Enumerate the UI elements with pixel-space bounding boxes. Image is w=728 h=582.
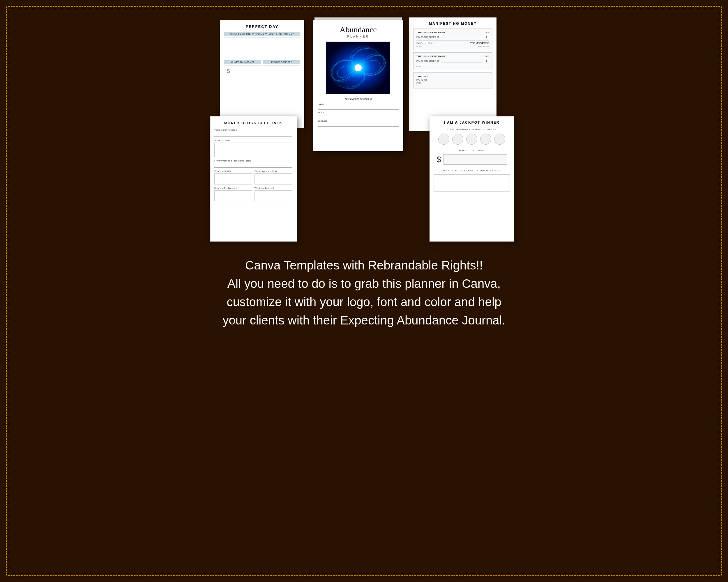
pay-partial: PAY TO TH bbox=[416, 79, 426, 81]
why-said-box bbox=[214, 173, 252, 185]
check-2: THE UNIVERSE BANK DATE PAY TO THE ORDER … bbox=[413, 52, 492, 70]
perfect-day-big-box bbox=[224, 37, 300, 58]
manifesting-money-page: MANIFESTING MONEY THE UNIVERSE BANK DATE… bbox=[409, 18, 496, 131]
topic-field: Topic of Conversation: bbox=[214, 129, 292, 137]
svg-point-3 bbox=[357, 67, 359, 69]
abundance-subtitle: PLANNER bbox=[347, 35, 369, 38]
lottery-numbers bbox=[434, 134, 510, 145]
from-whom-field: From Whom This Idea Came From: bbox=[214, 160, 292, 168]
for-partial: FOR bbox=[416, 82, 421, 84]
abundance-image bbox=[326, 41, 390, 94]
abundance-business-field: Business bbox=[318, 119, 399, 127]
abundance-email-label: Email bbox=[318, 111, 399, 114]
check-3: THE UNI PAY TO TH FOR bbox=[413, 73, 492, 88]
sig-label-1: SIGNATURE bbox=[477, 46, 489, 48]
check-2-pay-row: PAY TO THE ORDER OF $ bbox=[416, 59, 489, 64]
why-said-label: Why You Said It: bbox=[214, 170, 252, 172]
for-label-2: FOR bbox=[416, 65, 421, 67]
perfect-day-page: PERFECT DAY WHAT DOES THE TYPICAL DAY LO… bbox=[220, 20, 304, 128]
income-section: WHAT'S MY INCOME? $ bbox=[224, 60, 261, 84]
jackpot-page: I AM A JACKPOT WINNER YOUR WINNING LOTTE… bbox=[430, 116, 514, 242]
perfect-day-title: PERFECT DAY bbox=[224, 24, 300, 29]
dollar-sign-income: $ bbox=[224, 65, 261, 75]
pay-to-label-1: PAY TO THE ORDER OF bbox=[416, 36, 439, 38]
self-talk-title: MONEY BLOCK SELF TALK bbox=[214, 121, 292, 125]
income-source-box bbox=[263, 65, 300, 81]
topic-label: Topic of Conversation: bbox=[214, 129, 292, 131]
dollar-2: $ bbox=[486, 60, 487, 62]
how-much-label: HOW MUCH I WIN? bbox=[434, 149, 510, 152]
lottery-ball-5 bbox=[494, 134, 505, 145]
abundance-planner-page: Abundance PLANNER bbox=[313, 20, 403, 151]
intention-box bbox=[434, 174, 510, 192]
lottery-ball-4 bbox=[480, 134, 491, 145]
abundance-name-field: Name bbox=[318, 103, 399, 110]
jackpot-amount-box bbox=[443, 154, 507, 165]
col-left: PERFECT DAY WHAT DOES THE TYPICAL DAY LO… bbox=[214, 20, 304, 242]
jackpot-title: I AM A JACKPOT WINNER bbox=[434, 120, 510, 124]
from-whom-line bbox=[214, 163, 292, 168]
for-label-1: FOR bbox=[416, 46, 421, 48]
bank-name-1: THE UNIVERSE BANK bbox=[416, 31, 446, 34]
abundance-name-label: Name bbox=[318, 103, 399, 105]
bank-name-2: THE UNIVERSE BANK bbox=[416, 55, 446, 58]
what-happened-box bbox=[255, 173, 292, 185]
why-said-col: Why You Said It: bbox=[214, 170, 252, 185]
what-said-box bbox=[214, 143, 292, 157]
abundance-email-line bbox=[318, 114, 399, 118]
income-source-label: INCOME SOURCE? bbox=[263, 60, 300, 64]
what-learned-box bbox=[255, 190, 292, 201]
what-said-field: What You Said: bbox=[214, 139, 292, 157]
check-3-for: FOR bbox=[416, 82, 489, 84]
paid-in-full-1: PAID IN FULL bbox=[416, 42, 435, 45]
abundance-belongs: This planner belongs to bbox=[344, 98, 372, 101]
amount-row: $ bbox=[434, 154, 510, 165]
lottery-ball-3 bbox=[466, 134, 477, 145]
pages-wrapper: PERFECT DAY WHAT DOES THE TYPICAL DAY LO… bbox=[0, 0, 728, 247]
perfect-day-question: WHAT DOES THE TYPICAL DAY LOOK LIKE FOR … bbox=[224, 32, 300, 36]
lottery-numbers-label: YOUR WINNING LOTTERY NUMBERS bbox=[434, 128, 510, 131]
check-1: THE UNIVERSE BANK DATE PAY TO THE ORDER … bbox=[413, 29, 492, 50]
what-learned-col: What You Learned: bbox=[255, 187, 292, 201]
intention-label: WHAT'S YOUR INTENTION FOR WINNING? bbox=[434, 169, 510, 172]
income-source-section: INCOME SOURCE? bbox=[263, 60, 300, 84]
how-feel-label: How You Feel About It: bbox=[214, 187, 252, 189]
lottery-ball-1 bbox=[438, 134, 449, 145]
what-said-label: What You Said: bbox=[214, 139, 292, 142]
check-1-for-row: FOR SIGNATURE bbox=[416, 46, 489, 48]
check-1-top-row: THE UNIVERSE BANK DATE bbox=[416, 31, 489, 34]
pay-to-label-2: PAY TO THE ORDER OF bbox=[416, 60, 439, 62]
abundance-email-field: Email bbox=[318, 111, 399, 118]
amount-box-2: $ bbox=[484, 59, 489, 63]
what-happened-col: What Happened Next: bbox=[255, 170, 292, 185]
self-talk-page: MONEY BLOCK SELF TALK Topic of Conversat… bbox=[210, 116, 297, 242]
why-what-row: Why You Said It: What Happened Next: bbox=[214, 170, 292, 185]
check-2-for-row: FOR bbox=[416, 65, 489, 67]
spiral-svg bbox=[326, 41, 390, 94]
what-happened-label: What Happened Next: bbox=[255, 170, 292, 172]
how-feel-box bbox=[214, 190, 252, 201]
abundance-name-line bbox=[318, 106, 399, 110]
self-talk-back bbox=[210, 116, 211, 242]
topic-line bbox=[214, 132, 292, 137]
manifesting-title: MANIFESTING MONEY bbox=[413, 22, 492, 26]
date-label-2: DATE bbox=[484, 55, 489, 57]
check-1-line bbox=[441, 35, 482, 39]
col-center: EDIT MONEY BLOCKS MONEY BLOCKS → EDIT bbox=[313, 15, 403, 151]
dollar-1: $ bbox=[486, 36, 487, 38]
how-what-row: How You Feel About It: What You Learned: bbox=[214, 187, 292, 201]
date-label-1: DATE bbox=[484, 31, 489, 33]
perfect-day-row: WHAT'S MY INCOME? $ INCOME SOURCE? bbox=[224, 60, 300, 84]
abundance-business-line bbox=[318, 122, 399, 127]
abundance-title: Abundance bbox=[340, 25, 377, 34]
check-3-pay: PAY TO TH bbox=[416, 79, 489, 81]
jackpot-dollar: $ bbox=[437, 155, 441, 164]
check-1-pay-row: PAY TO THE ORDER OF $ bbox=[416, 35, 489, 40]
the-universe-1: ThE UNIVERSE bbox=[470, 41, 489, 45]
income-box: $ bbox=[224, 65, 261, 81]
check-2-top-row: THE UNIVERSE BANK DATE bbox=[416, 55, 489, 58]
check-2-line bbox=[441, 59, 482, 63]
bank-name-3: THE UNI bbox=[416, 75, 428, 78]
col-right: MANIFESTING MONEY THE UNIVERSE BANK DATE… bbox=[412, 18, 514, 242]
check-3-top-row: THE UNI bbox=[416, 75, 489, 78]
